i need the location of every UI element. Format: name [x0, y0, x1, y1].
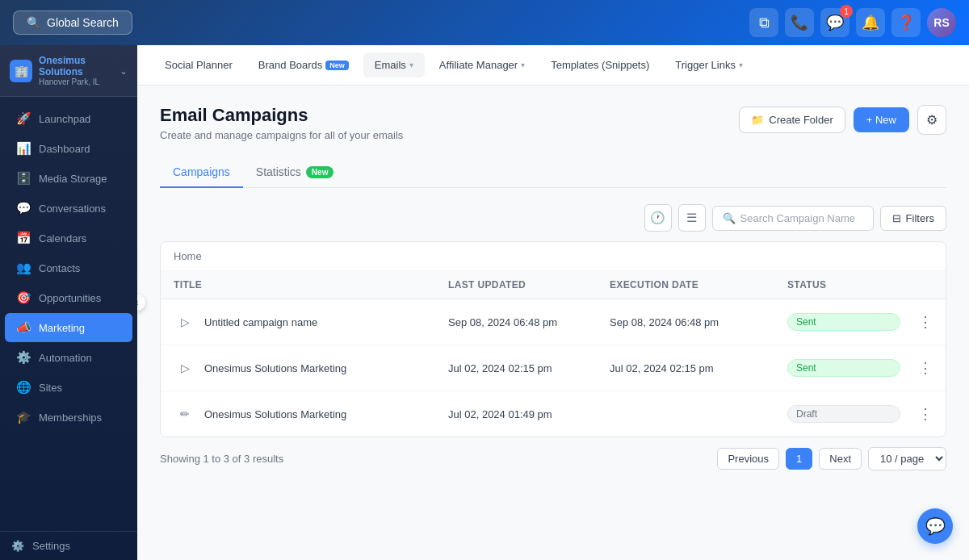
- settings-label: Settings: [32, 540, 70, 552]
- chevron-down-icon: ▾: [409, 61, 413, 69]
- row-menu-button[interactable]: ⋮: [900, 405, 933, 423]
- sidebar-item-marketing[interactable]: 📣 Marketing: [5, 313, 132, 342]
- new-badge: New: [325, 61, 349, 70]
- history-icon-button[interactable]: 🕐: [644, 204, 672, 232]
- pagination-controls: Previous 1 Next 10 / page: [717, 447, 946, 470]
- content-area: ‹ Social Planner Brand Boards New Emails…: [137, 45, 969, 560]
- chat-support-button[interactable]: 💬: [917, 508, 953, 544]
- filter-icon: ⊟: [892, 212, 901, 224]
- chevron-down-icon: ⌄: [120, 65, 128, 77]
- col-actions: [900, 279, 933, 290]
- automation-icon: ⚙️: [16, 350, 31, 365]
- nav-tabs-bar: Social Planner Brand Boards New Emails ▾…: [137, 45, 969, 86]
- campaign-title: Onesimus Solutions Marketing: [204, 408, 346, 420]
- org-name: Onesimus Solutions: [39, 55, 113, 77]
- chevron-left-icon: ‹: [137, 299, 139, 307]
- next-button[interactable]: Next: [819, 448, 862, 470]
- opportunities-icon: 🎯: [16, 290, 31, 305]
- sidebar-item-sites[interactable]: 🌐 Sites: [5, 373, 132, 402]
- search-campaign-input[interactable]: [740, 212, 863, 224]
- org-info: Onesimus Solutions Hanover Park, IL: [39, 55, 113, 86]
- sidebar-item-settings[interactable]: ⚙️ Settings: [0, 531, 137, 560]
- topbar: 🔍 Global Search ⧉ 📞 💬 1 🔔 ❓ RS: [0, 0, 969, 45]
- previous-button[interactable]: Previous: [717, 448, 779, 470]
- avatar-initials: RS: [933, 16, 949, 29]
- row-title: ✏ Onesimus Solutions Marketing: [174, 403, 448, 425]
- phone-icon-button[interactable]: 📞: [785, 8, 814, 37]
- status-badge: Draft: [787, 405, 900, 423]
- sidebar-item-conversations[interactable]: 💬 Showing 1 to 3 of 3 results Conversati…: [5, 194, 132, 223]
- tab-label: Social Planner: [165, 59, 233, 71]
- per-page-select[interactable]: 10 / page: [868, 447, 946, 470]
- tab-label: Templates (Snippets): [551, 59, 649, 71]
- tab-brand-boards[interactable]: Brand Boards New: [247, 52, 360, 77]
- tab-statistics[interactable]: Statistics New: [243, 157, 347, 188]
- sidebar-item-automation[interactable]: ⚙️ Automation: [5, 343, 132, 372]
- chat-bubble-icon: 💬: [826, 14, 844, 31]
- col-execution-date: Execution Date: [610, 279, 787, 290]
- last-updated: Sep 08, 2024 06:48 pm: [448, 316, 610, 328]
- sidebar-item-label: Automation: [39, 352, 92, 364]
- campaigns-tab-label: Campaigns: [173, 165, 230, 178]
- search-icon: 🔍: [723, 212, 736, 224]
- contacts-icon: 👥: [16, 261, 31, 275]
- new-button[interactable]: + New: [854, 107, 909, 132]
- user-avatar[interactable]: RS: [927, 8, 956, 37]
- sidebar-item-label: Marketing: [39, 322, 85, 334]
- filters-button[interactable]: ⊟ Filters: [880, 206, 946, 231]
- row-menu-button[interactable]: ⋮: [900, 313, 933, 331]
- list-icon: ☰: [686, 211, 697, 225]
- sidebar-item-media-storage[interactable]: 🗄️ Media Storage: [5, 164, 132, 193]
- tab-emails[interactable]: Emails ▾: [363, 52, 425, 77]
- tab-social-planner[interactable]: Social Planner: [153, 52, 244, 77]
- tab-campaigns[interactable]: Campaigns: [160, 157, 243, 188]
- page-number-button[interactable]: 1: [786, 448, 812, 470]
- global-search-button[interactable]: 🔍 Global Search: [13, 10, 132, 35]
- global-search-label: Global Search: [47, 16, 119, 29]
- row-menu-button[interactable]: ⋮: [900, 359, 933, 377]
- statistics-tab-label: Statistics: [256, 165, 301, 178]
- page-actions: 📁 Create Folder + New ⚙: [739, 105, 946, 135]
- launchpad-icon: 🚀: [16, 111, 31, 126]
- table-row: ▷ Untitled campaign name Sep 08, 2024 06…: [161, 299, 946, 345]
- settings-icon: ⚙️: [11, 540, 24, 552]
- campaign-tabs: Campaigns Statistics New: [160, 157, 946, 188]
- chevron-down-icon: ▾: [521, 61, 525, 69]
- org-logo: 🏢: [10, 60, 32, 82]
- sidebar-item-memberships[interactable]: 🎓 Memberships: [5, 403, 132, 432]
- org-switcher[interactable]: 🏢 Onesimus Solutions Hanover Park, IL ⌄: [0, 45, 137, 97]
- bell-icon: 🔔: [862, 14, 879, 31]
- tab-label: Emails: [375, 59, 406, 71]
- help-icon-button[interactable]: ❓: [891, 8, 921, 37]
- tab-label: Trigger Links: [675, 59, 736, 71]
- layers-icon-button[interactable]: ⧉: [749, 8, 778, 37]
- sidebar-item-launchpad[interactable]: 🚀 Launchpad: [5, 104, 132, 133]
- sidebar-item-opportunities[interactable]: 🎯 Opportunities: [5, 283, 132, 312]
- clock-icon: 🕐: [650, 211, 665, 225]
- list-view-button[interactable]: ☰: [678, 204, 706, 232]
- sidebar-item-label: Sites: [39, 382, 62, 394]
- settings-button[interactable]: ⚙: [917, 105, 946, 135]
- tab-templates-snippets[interactable]: Templates (Snippets): [539, 52, 661, 77]
- memberships-icon: 🎓: [16, 410, 31, 424]
- execution-date: Sep 08, 2024 06:48 pm: [610, 316, 787, 328]
- sidebar-item-label: Calendars: [39, 232, 86, 244]
- col-status: Status: [787, 279, 900, 290]
- tab-trigger-links[interactable]: Trigger Links ▾: [664, 52, 754, 77]
- sidebar-item-contacts[interactable]: 👥 Contacts: [5, 253, 132, 282]
- help-icon: ❓: [897, 14, 915, 31]
- last-updated: Jul 02, 2024 01:49 pm: [448, 408, 610, 420]
- send-icon: ▷: [174, 357, 196, 379]
- campaign-table: Home Title Last Updated Execution Date S…: [160, 241, 946, 437]
- page-header: Email Campaigns Create and manage campai…: [160, 105, 946, 141]
- tab-affiliate-manager[interactable]: Affiliate Manager ▾: [428, 52, 536, 77]
- sidebar-item-dashboard[interactable]: 📊 Dashboard: [5, 134, 132, 163]
- table-toolbar: 🕐 ☰ 🔍 ⊟ Filters: [160, 204, 946, 232]
- sidebar-item-calendars[interactable]: 📅 Calendars: [5, 224, 132, 253]
- create-folder-button[interactable]: 📁 Create Folder: [739, 107, 845, 133]
- table-row: ✏ Onesimus Solutions Marketing Jul 02, 2…: [161, 391, 946, 437]
- send-icon: ▷: [174, 311, 196, 333]
- conversation-notification-button[interactable]: 💬 1: [820, 8, 849, 37]
- calendar-icon: 📅: [16, 231, 31, 245]
- bell-icon-button[interactable]: 🔔: [856, 8, 885, 37]
